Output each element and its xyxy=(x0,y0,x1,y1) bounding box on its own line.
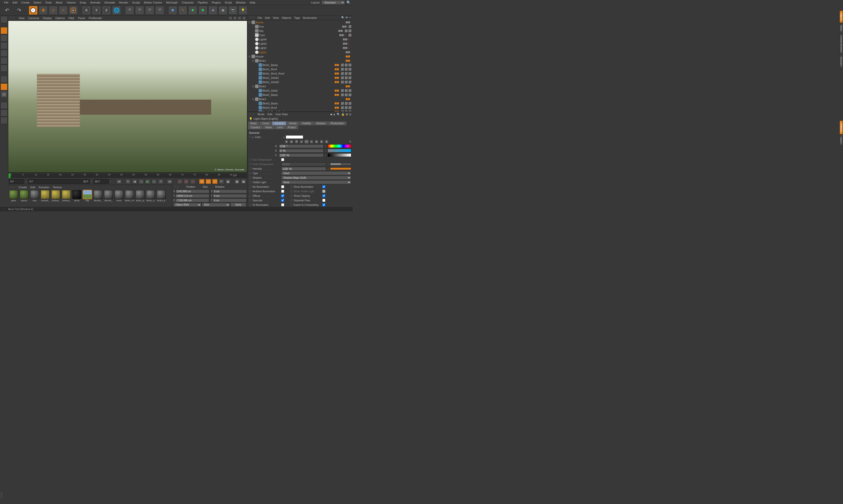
z-axis-toggle[interactable]: Z xyxy=(102,6,111,15)
menu-objects[interactable]: Objects xyxy=(282,16,291,19)
rot-key[interactable]: ⟳ xyxy=(212,179,218,184)
gi-check[interactable] xyxy=(281,203,284,206)
new-icon[interactable]: ⊞ xyxy=(346,113,348,116)
tree-item-Light2[interactable]: Light2✕ xyxy=(248,46,353,50)
redo-button[interactable]: ↷ xyxy=(14,6,24,14)
edge-mode[interactable] xyxy=(0,57,7,64)
step-back[interactable]: ◁ xyxy=(138,179,144,184)
menu-view[interactable]: View xyxy=(19,17,24,20)
spinner[interactable] xyxy=(110,180,112,183)
rotate-tool[interactable]: ⟳ xyxy=(59,6,68,15)
tab-project[interactable]: Project xyxy=(285,126,298,129)
vp-icon-4[interactable] xyxy=(242,16,246,20)
autokey[interactable]: ◉ xyxy=(183,179,189,184)
menu-filter[interactable]: Filter xyxy=(68,17,74,20)
key-mode2[interactable]: ▦ xyxy=(241,179,246,184)
lock-icon[interactable]: 🔒 xyxy=(341,113,345,116)
om-filter-icon[interactable]: ⚬ xyxy=(349,16,351,19)
export-check[interactable] xyxy=(322,203,325,206)
layout-select[interactable]: Standard xyxy=(322,0,345,5)
menu-panel[interactable]: Panel xyxy=(78,17,85,20)
hue-field[interactable] xyxy=(279,144,324,148)
tab-details[interactable]: Details xyxy=(286,122,299,125)
grip-icon[interactable]: ⋮⋮ xyxy=(10,16,15,20)
material-Block6_[interactable]: Block6_ xyxy=(93,190,103,206)
menu-icon[interactable]: ⊡ xyxy=(349,113,351,116)
move-tool[interactable]: ✥ xyxy=(39,6,48,15)
pos-Z[interactable] xyxy=(175,199,209,202)
tree-item-House[interactable]: ⊟House xyxy=(248,54,353,58)
material-tree[interactable]: tree xyxy=(30,190,40,206)
grip-icon[interactable]: ⋮⋮ xyxy=(249,16,254,19)
menu-create[interactable]: Create xyxy=(19,186,27,189)
menu-texture[interactable]: Texture xyxy=(53,186,62,189)
tab-coord[interactable]: Coord. xyxy=(259,122,272,125)
show-clip-check[interactable] xyxy=(322,194,325,197)
menu-file[interactable]: File xyxy=(257,16,262,19)
size-Y[interactable] xyxy=(213,194,247,198)
show-vis-check[interactable] xyxy=(322,190,325,193)
menu-tools[interactable]: Tools xyxy=(43,1,54,4)
shadow-select[interactable]: Shadow Maps (Soft) xyxy=(281,176,351,180)
menu-prorender[interactable]: ProRender xyxy=(89,17,102,20)
menu-file[interactable]: File xyxy=(2,1,11,4)
scale-tool[interactable]: ◱ xyxy=(49,6,58,15)
menu-bookmarks[interactable]: Bookmarks xyxy=(303,16,317,19)
tree-item-Scene[interactable]: ⊟Scene xyxy=(248,20,353,24)
viewport[interactable]: © Alberto Cibinetto, Baumatte xyxy=(8,21,247,173)
sep-pass-check[interactable] xyxy=(322,199,325,202)
key-mode[interactable]: ▦ xyxy=(234,179,240,184)
size-mode-select[interactable]: Size xyxy=(202,203,230,207)
tree-item-Light4[interactable]: Light4✕ xyxy=(248,37,353,41)
color-mode-spectrum[interactable]: ▦ xyxy=(289,139,294,144)
prev-key[interactable]: ↻ xyxy=(125,179,131,184)
param-key[interactable]: P xyxy=(219,179,224,184)
coord-mode-select[interactable]: Object (Rel) xyxy=(173,203,201,207)
search-icon[interactable]: 🔍 xyxy=(337,113,340,116)
material-Blok3_B[interactable]: Blok3_B xyxy=(156,190,166,206)
pos-Y[interactable] xyxy=(176,194,209,198)
range-slider[interactable]: 0 F90 F xyxy=(28,179,90,184)
record-key[interactable]: ● xyxy=(177,179,182,184)
tree-item-Blok3_Basis[interactable]: Blok3_Basis xyxy=(248,101,353,105)
timeline[interactable]: 051015202530354045505560657075808590 0 F xyxy=(8,173,247,178)
menu-display[interactable]: Display xyxy=(43,17,52,20)
tree-item-Blok1[interactable]: ⊟Blok1 xyxy=(248,58,353,63)
size-X[interactable] xyxy=(213,190,247,193)
menu-motion-tracker[interactable]: Motion Tracker xyxy=(142,1,164,4)
tweak-mode[interactable] xyxy=(0,83,7,90)
material-Rock[interactable]: Rock xyxy=(114,190,124,206)
search-icon[interactable]: 🔍 xyxy=(346,0,351,4)
material-Blok2_B[interactable]: Blok2_B xyxy=(135,190,145,206)
eyedropper-icon[interactable]: ✎ xyxy=(349,140,351,143)
val-slider[interactable] xyxy=(328,154,351,157)
ambient-check[interactable] xyxy=(281,190,284,193)
tab-shadow[interactable]: Shadow xyxy=(314,122,328,125)
material-Blok1_Ri[interactable]: Blok1_Ri xyxy=(125,190,134,206)
pos-X[interactable] xyxy=(176,190,209,193)
axis-mode[interactable] xyxy=(0,76,7,83)
menu-animate[interactable]: Animate xyxy=(88,1,102,4)
color-mode-mixer[interactable]: ▦ xyxy=(314,139,319,144)
apply-button[interactable]: Apply xyxy=(231,202,246,207)
workplane-mode[interactable] xyxy=(0,42,7,49)
next-key[interactable]: ↺ xyxy=(158,179,163,184)
menu-options[interactable]: Options xyxy=(55,17,65,20)
tree-item-Blok1_Detal2[interactable]: Blok1_Detal2 xyxy=(248,80,353,84)
menu-select[interactable]: Select xyxy=(32,1,43,4)
menu-sculpt[interactable]: Sculpt xyxy=(130,1,142,4)
nav-back-icon[interactable]: ◀ xyxy=(330,113,332,116)
scale-key[interactable]: ◱ xyxy=(205,179,211,184)
menu-simulate[interactable]: Simulate xyxy=(103,1,117,4)
vp-icon-1[interactable] xyxy=(229,16,232,20)
color-mode-image[interactable]: 🖼 xyxy=(294,139,299,144)
vp-icon-3[interactable] xyxy=(238,16,241,20)
intensity-field[interactable] xyxy=(281,167,326,171)
tab-photometric[interactable]: Photometric xyxy=(328,122,346,125)
material-Block6_[interactable]: Block6_ xyxy=(104,190,113,206)
color-swatch[interactable] xyxy=(286,135,303,139)
use-temp-check[interactable] xyxy=(281,158,284,161)
play[interactable]: ▶ xyxy=(145,179,150,184)
tree-item-Fon[interactable]: Fon xyxy=(248,24,353,29)
tree-item-Light3[interactable]: Light3✕ xyxy=(248,41,353,46)
